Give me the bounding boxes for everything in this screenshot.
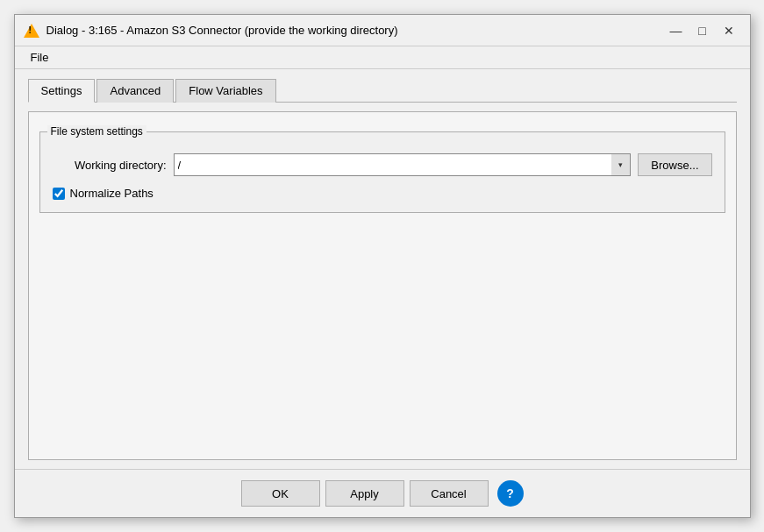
settings-panel: File system settings Working directory: … [28,111,737,460]
menu-bar: File [15,46,750,69]
normalize-paths-label[interactable]: Normalize Paths [70,187,154,200]
minimize-button[interactable]: — [664,20,689,41]
close-button[interactable]: ✕ [717,20,741,41]
window-title: Dialog - 3:165 - Amazon S3 Connector (pr… [46,24,398,37]
combo-dropdown-button[interactable]: ▾ [611,153,631,176]
help-button[interactable]: ? [497,480,524,507]
dialog-footer: OK Apply Cancel ? [15,469,750,517]
menu-file[interactable]: File [24,49,56,66]
warning-icon [24,23,39,39]
title-controls: — □ ✕ [664,20,741,41]
file-system-settings-group: File system settings Working directory: … [39,131,725,213]
apply-button[interactable]: Apply [325,480,404,507]
normalize-paths-checkbox[interactable] [53,188,65,200]
tab-flow-variables[interactable]: Flow Variables [175,79,275,103]
working-directory-combo: ▾ [174,153,632,176]
content-spacer [39,213,725,449]
tab-settings[interactable]: Settings [28,79,96,103]
working-directory-row: Working directory: ▾ Browse... [53,153,712,176]
title-bar-left: Dialog - 3:165 - Amazon S3 Connector (pr… [24,23,398,39]
ok-button[interactable]: OK [241,480,320,507]
dialog-window: Dialog - 3:165 - Amazon S3 Connector (pr… [14,14,751,518]
working-directory-input[interactable] [174,153,632,176]
tabs-container: Settings Advanced Flow Variables [28,78,737,103]
title-bar: Dialog - 3:165 - Amazon S3 Connector (pr… [15,15,750,46]
group-title: File system settings [47,125,146,138]
working-directory-label: Working directory: [53,159,167,172]
tab-advanced[interactable]: Advanced [96,79,174,103]
cancel-button[interactable]: Cancel [410,480,489,507]
dialog-content: Settings Advanced Flow Variables File sy… [15,69,750,469]
normalize-paths-row: Normalize Paths [53,187,712,200]
browse-button[interactable]: Browse... [638,153,711,176]
maximize-button[interactable]: □ [690,20,715,41]
